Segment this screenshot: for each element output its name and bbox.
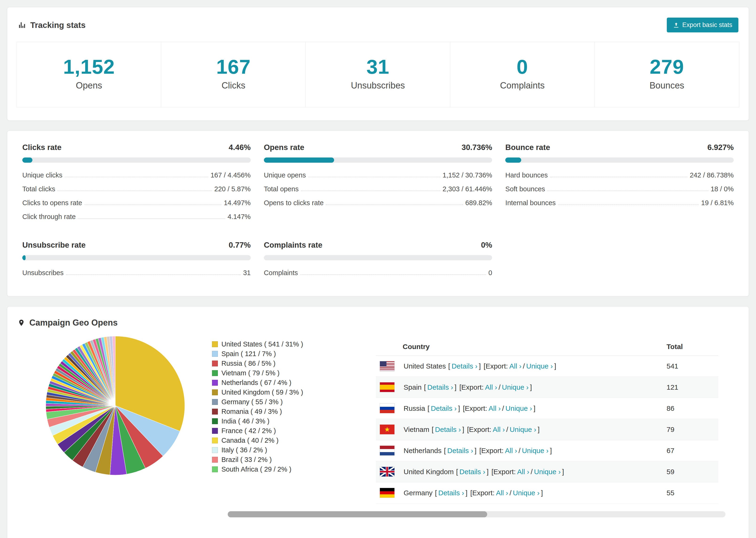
legend-label: Spain ( 121 / 7% ) — [221, 349, 276, 359]
geo-content: United States ( 541 / 31% )Spain ( 121 /… — [7, 329, 749, 517]
export-all-link[interactable]: All › — [509, 362, 521, 370]
legend-label: South Africa ( 29 / 2% ) — [221, 464, 291, 474]
legend-swatch — [212, 351, 218, 357]
country-name: Germany — [404, 489, 432, 497]
export-unique-link[interactable]: Unique › — [502, 383, 528, 391]
export-all-link[interactable]: All › — [493, 426, 505, 434]
separator: / — [506, 426, 508, 434]
export-prefix: [Export: — [470, 489, 495, 497]
bracket: [ — [424, 383, 426, 391]
legend-item: Netherlands ( 67 / 4% ) — [212, 378, 325, 388]
complaints-rate-value: 0% — [481, 241, 492, 249]
rate-row-value: 18 / 0% — [711, 185, 734, 193]
details-link[interactable]: Details › — [452, 362, 477, 370]
bracket: ] — [455, 383, 457, 391]
geo-table-header-row: Country Total — [376, 338, 718, 355]
tracking-stats-title-text: Tracking stats — [30, 21, 85, 30]
export-unique-link[interactable]: Unique › — [510, 426, 536, 434]
rate-row: Clicks to opens rate 14.497% — [22, 196, 251, 210]
country-flag-icon — [380, 403, 395, 413]
details-link[interactable]: Details › — [459, 468, 485, 476]
stat-cell: 1,152 Opens — [17, 42, 161, 107]
legend-item: Russia ( 86 / 5% ) — [212, 359, 325, 368]
legend-swatch — [212, 409, 218, 414]
stat-label: Opens — [17, 81, 161, 91]
geo-opens-header: Campaign Geo Opens — [7, 306, 749, 329]
country-total: 541 — [667, 355, 718, 377]
total-column-header: Total — [667, 338, 718, 355]
separator: / — [502, 404, 504, 412]
rate-row-value: 689.82% — [465, 199, 492, 207]
export-basic-stats-label: Export basic stats — [682, 21, 732, 28]
export-prefix: [Export: — [484, 362, 508, 370]
export-all-link[interactable]: All › — [489, 404, 501, 412]
stat-label: Unsubscribes — [306, 81, 450, 91]
dotted-leader — [326, 204, 463, 205]
details-link[interactable]: Details › — [435, 426, 461, 434]
horizontal-scrollbar-thumb[interactable] — [228, 511, 487, 517]
export-all-link[interactable]: All › — [517, 468, 529, 476]
legend-swatch — [212, 438, 218, 443]
dotted-leader — [300, 274, 486, 275]
details-link[interactable]: Details › — [447, 447, 473, 455]
legend-swatch — [212, 399, 218, 405]
export-unique-link[interactable]: Unique › — [522, 447, 549, 455]
legend-item: Brazil ( 33 / 2% ) — [212, 455, 325, 464]
bracket: ] — [487, 468, 489, 476]
rates-card: Clicks rate 4.46% Unique clicks 167 / 4.… — [7, 131, 749, 296]
geo-opens-title: Campaign Geo Opens — [29, 318, 118, 328]
stat-value: 1,152 — [17, 57, 161, 77]
export-all-link[interactable]: All › — [505, 447, 517, 455]
stat-cell: 0 Complaints — [450, 42, 595, 107]
table-row: Netherlands [Details ›] [Export:All ›/Un… — [376, 440, 718, 461]
bracket: [ — [448, 362, 450, 370]
rate-row: Unique opens 1,152 / 30.736% — [264, 168, 492, 182]
details-link[interactable]: Details › — [431, 404, 457, 412]
clicks-rate-title: Clicks rate — [22, 143, 62, 152]
details-link[interactable]: Details › — [438, 489, 464, 497]
geo-legend: United States ( 541 / 31% )Spain ( 121 /… — [212, 340, 325, 474]
bracket: [ — [428, 404, 429, 412]
bracket: ] — [465, 489, 467, 497]
details-link[interactable]: Details › — [427, 383, 453, 391]
export-unique-link[interactable]: Unique › — [534, 468, 561, 476]
legend-label: Russia ( 86 / 5% ) — [221, 359, 275, 368]
rate-row-value: 220 / 5.87% — [214, 185, 251, 193]
country-name: United Kingdom — [404, 468, 454, 476]
rates-grid: Clicks rate 4.46% Unique clicks 167 / 4.… — [7, 131, 749, 296]
legend-item: United States ( 541 / 31% ) — [212, 340, 325, 349]
legend-label: United Kingdom ( 59 / 3% ) — [221, 388, 303, 397]
horizontal-scrollbar-track[interactable] — [228, 511, 726, 517]
legend-item: Italy ( 36 / 2% ) — [212, 445, 325, 455]
export-all-link[interactable]: All › — [485, 383, 497, 391]
country-total: 86 — [667, 398, 718, 419]
legend-label: Vietnam ( 79 / 5% ) — [221, 368, 280, 378]
country-column-header: Country — [376, 338, 667, 355]
export-basic-stats-button[interactable]: Export basic stats — [667, 18, 738, 32]
country-total: 121 — [667, 377, 718, 398]
legend-item: United Kingdom ( 59 / 3% ) — [212, 388, 325, 397]
rate-block-bounce: Bounce rate 6.927% Hard bounces 242 / 86… — [505, 143, 734, 224]
progress-fill — [505, 157, 521, 163]
bracket: ] — [458, 404, 460, 412]
page: Tracking stats Export basic stats 1,152 … — [0, 0, 756, 538]
export-unique-link[interactable]: Unique › — [506, 404, 532, 412]
export-unique-link[interactable]: Unique › — [513, 489, 539, 497]
legend-item: Germany ( 55 / 3% ) — [212, 397, 325, 407]
dotted-leader — [558, 204, 699, 205]
rate-row-label: Total clicks — [22, 185, 55, 193]
country-flag-icon — [380, 467, 395, 477]
table-row: Vietnam [Details ›] [Export:All ›/Unique… — [376, 419, 718, 440]
unsubscribe-rate-value: 0.77% — [229, 241, 251, 249]
stat-label: Bounces — [595, 81, 739, 91]
export-all-link[interactable]: All › — [496, 489, 508, 497]
rate-row: Complaints 0 — [264, 266, 492, 280]
country-name: Russia — [404, 404, 425, 412]
dotted-leader — [308, 177, 440, 177]
export-unique-link[interactable]: Unique › — [526, 362, 553, 370]
legend-item: India ( 46 / 3% ) — [212, 416, 325, 426]
dotted-leader — [550, 177, 687, 177]
country-flag-icon — [380, 361, 395, 371]
bracket: [ — [435, 489, 437, 497]
legend-swatch — [212, 428, 218, 434]
